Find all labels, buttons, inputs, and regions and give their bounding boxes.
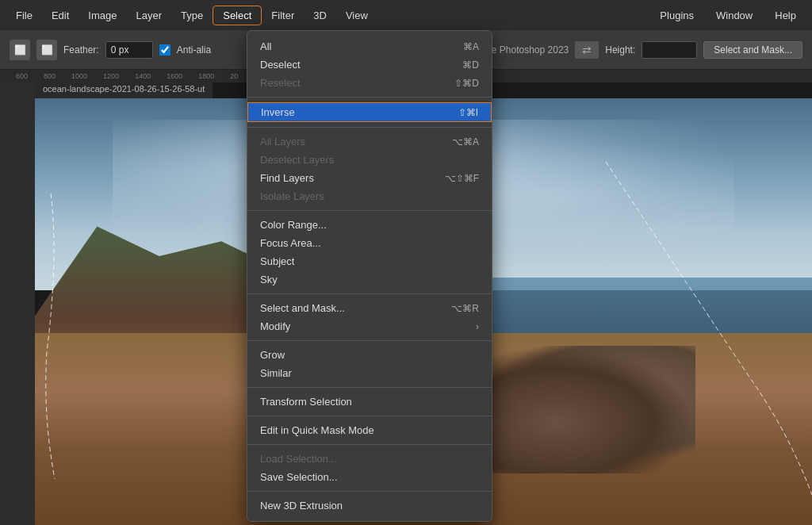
ruler-mark: 20	[230, 72, 238, 80]
menu-section-4: Color Range... Focus Area... Subject Sky	[247, 214, 492, 290]
menu-item-isolate-layers: Isolate Layers	[247, 187, 492, 205]
menu-item-grow[interactable]: Grow	[247, 346, 492, 364]
divider-4	[247, 293, 492, 294]
menu-item-inverse[interactable]: Inverse ⇧⌘I	[247, 102, 492, 122]
height-input[interactable]	[642, 41, 697, 59]
menu-item-edit-quick-mask[interactable]: Edit in Quick Mask Mode	[247, 421, 492, 439]
divider-5	[247, 340, 492, 341]
height-label: Height:	[605, 44, 635, 56]
menu-item-all-layers-shortcut: ⌥⌘A	[452, 136, 479, 148]
feather-label: Feather:	[63, 44, 99, 56]
menu-item-reselect-label: Reselect	[260, 77, 442, 89]
menu-item-deselect-shortcut: ⌘D	[462, 59, 479, 71]
divider-1	[247, 97, 492, 98]
menu-item-inverse-label: Inverse	[261, 106, 446, 118]
menu-item-deselect-layers: Deselect Layers	[247, 151, 492, 169]
menu-item-reselect: Reselect ⇧⌘D	[247, 74, 492, 92]
ruler-mark: 1800	[198, 72, 214, 80]
menu-item-similar-label: Similar	[260, 367, 479, 379]
ruler-mark: 1000	[71, 72, 87, 80]
menu-type[interactable]: Type	[171, 6, 213, 25]
menu-item-focus-area-label: Focus Area...	[260, 237, 479, 249]
menu-plugins[interactable]: Plugins	[650, 6, 703, 25]
menu-edit[interactable]: Edit	[42, 6, 79, 25]
menu-item-color-range-label: Color Range...	[260, 219, 479, 231]
ruler-mark: 1200	[103, 72, 119, 80]
menu-item-all-shortcut: ⌘A	[463, 41, 479, 52]
menu-item-modify-label: Modify	[260, 320, 476, 332]
anti-alias-label: Anti-alia	[177, 44, 211, 56]
menu-layer[interactable]: Layer	[127, 6, 172, 25]
menu-item-new-3d-extrusion[interactable]: New 3D Extrusion	[247, 496, 492, 515]
menu-item-transform-selection-label: Transform Selection	[260, 396, 479, 408]
menu-item-deselect-layers-label: Deselect Layers	[260, 154, 479, 166]
menu-item-edit-quick-mask-label: Edit in Quick Mask Mode	[260, 424, 479, 436]
select-mask-button[interactable]: Select and Mask...	[703, 41, 802, 59]
divider-3	[247, 210, 492, 211]
menu-item-subject[interactable]: Subject	[247, 252, 492, 270]
menu-item-all-layers-label: All Layers	[260, 136, 439, 148]
menu-section-7: Transform Selection	[247, 391, 492, 412]
feather-input[interactable]	[105, 41, 153, 59]
left-toolbar	[0, 82, 35, 525]
menu-item-inverse-shortcut: ⇧⌘I	[458, 107, 478, 118]
menu-section-8: Edit in Quick Mask Mode	[247, 420, 492, 441]
menubar: File Edit Image Layer Type Select Filter…	[0, 0, 812, 30]
menu-image[interactable]: Image	[79, 6, 126, 25]
menu-item-select-mask-label: Select and Mask...	[260, 302, 439, 314]
toolbar-icon-2[interactable]: ⬜	[36, 40, 57, 60]
file-tab[interactable]: ocean-landscape-2021-08-26-15-26-58-ut	[35, 82, 213, 98]
menu-item-sky-label: Sky	[260, 274, 479, 285]
menu-item-all-layers: All Layers ⌥⌘A	[247, 132, 492, 151]
menu-item-new-3d-extrusion-label: New 3D Extrusion	[260, 500, 479, 512]
menu-item-deselect[interactable]: Deselect ⌘D	[247, 56, 492, 74]
menu-section-10: New 3D Extrusion	[247, 495, 492, 516]
menu-item-save-selection[interactable]: Save Selection...	[247, 468, 492, 486]
ruler-mark: 1600	[167, 72, 182, 80]
menu-item-find-layers-label: Find Layers	[260, 172, 432, 184]
menu-item-load-selection: Load Selection...	[247, 450, 492, 468]
menu-section-6: Grow Similar	[247, 344, 492, 384]
menu-item-similar[interactable]: Similar	[247, 364, 492, 382]
menu-item-isolate-layers-label: Isolate Layers	[260, 190, 479, 202]
menu-item-all[interactable]: All ⌘A	[247, 37, 492, 56]
divider-2	[247, 127, 492, 128]
select-dropdown: All ⌘A Deselect ⌘D Reselect ⇧⌘D Inverse …	[247, 30, 492, 522]
menu-item-color-range[interactable]: Color Range...	[247, 216, 492, 234]
menu-item-deselect-label: Deselect	[260, 59, 450, 71]
menu-item-save-selection-label: Save Selection...	[260, 471, 479, 483]
divider-8	[247, 444, 492, 445]
menu-item-subject-label: Subject	[260, 255, 479, 267]
menu-file[interactable]: File	[6, 6, 42, 25]
menu-item-transform-selection[interactable]: Transform Selection	[247, 393, 492, 411]
menu-item-sky[interactable]: Sky	[247, 270, 492, 289]
divider-9	[247, 491, 492, 492]
ruler-mark: 1400	[135, 72, 151, 80]
anti-alias-checkbox[interactable]	[159, 44, 170, 56]
menu-item-grow-label: Grow	[260, 349, 479, 361]
menu-item-load-selection-label: Load Selection...	[260, 453, 479, 465]
menu-item-select-mask[interactable]: Select and Mask... ⌥⌘R	[247, 299, 492, 317]
menu-help[interactable]: Help	[765, 6, 806, 25]
rocks	[462, 346, 695, 473]
menu-window[interactable]: Window	[707, 6, 762, 25]
menu-item-select-mask-shortcut: ⌥⌘R	[451, 303, 479, 314]
menu-item-focus-area[interactable]: Focus Area...	[247, 234, 492, 252]
menu-3d[interactable]: 3D	[304, 6, 336, 25]
menu-item-all-label: All	[260, 40, 450, 52]
menu-section-2: Inverse ⇧⌘I	[247, 101, 492, 124]
menu-section-3: All Layers ⌥⌘A Deselect Layers Find Laye…	[247, 131, 492, 207]
menu-item-modify[interactable]: Modify ›	[247, 317, 492, 335]
menu-section-5: Select and Mask... ⌥⌘R Modify ›	[247, 297, 492, 337]
ruler-mark: 600	[16, 72, 28, 80]
menu-item-find-layers-shortcut: ⌥⇧⌘F	[445, 173, 479, 184]
menu-view[interactable]: View	[336, 6, 377, 25]
menu-select[interactable]: Select	[213, 6, 262, 25]
toolbar-icon-1[interactable]: ⬜	[10, 40, 30, 60]
menu-item-find-layers[interactable]: Find Layers ⌥⇧⌘F	[247, 169, 492, 187]
menu-section-9: Load Selection... Save Selection...	[247, 448, 492, 488]
ruler-mark: 800	[44, 72, 56, 80]
divider-7	[247, 416, 492, 416]
swap-icon: ⇄	[575, 41, 599, 59]
menu-filter[interactable]: Filter	[262, 6, 304, 25]
